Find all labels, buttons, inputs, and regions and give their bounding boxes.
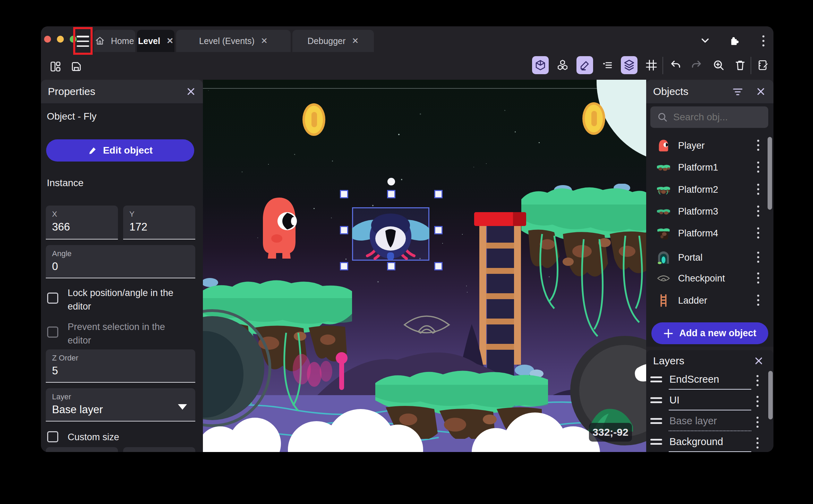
scene-canvas[interactable]: 332;-92 [203, 80, 646, 452]
resize-handle-e[interactable] [434, 226, 443, 234]
fly-instance-selected[interactable] [352, 207, 429, 261]
object-groups-button[interactable] [554, 56, 571, 74]
tab-close-icon[interactable]: ✕ [261, 36, 268, 46]
undo-button[interactable] [667, 56, 684, 74]
layer-name[interactable]: Background [669, 436, 723, 447]
custom-size-checkbox[interactable] [47, 431, 58, 442]
layers-scrollbar[interactable] [768, 371, 773, 419]
resize-handle-nw[interactable] [340, 190, 348, 198]
object-menu-icon[interactable] [757, 184, 760, 195]
object-item-platform3[interactable]: Platform3 [646, 201, 773, 222]
delete-button[interactable] [732, 56, 748, 74]
resize-handle-sw[interactable] [340, 262, 348, 270]
panels-layout-icon[interactable] [50, 61, 61, 72]
object-item-ladder[interactable]: Ladder [646, 290, 773, 311]
z-order-value[interactable]: 5 [52, 365, 189, 377]
z-order-field[interactable]: Z Order 5 [46, 349, 195, 383]
y-field[interactable]: Y 172 [123, 206, 195, 240]
grid-button[interactable] [643, 56, 660, 74]
extensions-puzzle-icon[interactable] [727, 35, 739, 46]
layer-menu-icon[interactable] [756, 375, 759, 387]
objects-panel-toggle[interactable] [532, 56, 549, 74]
layer-name[interactable]: EndScreen [669, 374, 719, 385]
resize-handle-s[interactable] [387, 262, 395, 270]
object-menu-icon[interactable] [757, 252, 760, 263]
drag-handle-icon[interactable] [650, 376, 662, 383]
layer-row-base-layer[interactable]: Base layer [646, 412, 773, 432]
object-menu-icon[interactable] [757, 227, 760, 239]
resize-handle-n[interactable] [387, 190, 395, 198]
tab-close-icon[interactable]: ✕ [352, 36, 359, 46]
zoom-button[interactable] [710, 56, 727, 74]
layer-name[interactable]: Base layer [669, 415, 717, 427]
object-menu-icon[interactable] [757, 295, 760, 306]
tab-home[interactable]: Home [94, 30, 135, 52]
edit-object-button[interactable]: Edit object [46, 139, 194, 162]
angle-field-value[interactable]: 0 [52, 260, 189, 273]
resize-handle-w[interactable] [340, 226, 348, 234]
layers-close-icon[interactable] [754, 356, 763, 365]
object-item-platform2[interactable]: Platform2 [646, 179, 773, 200]
layers-panel-toggle[interactable] [621, 56, 637, 74]
ladder-top[interactable] [474, 212, 526, 226]
redo-button[interactable] [688, 56, 705, 74]
object-menu-icon[interactable] [757, 162, 760, 173]
search-icon [657, 112, 668, 122]
player-instance[interactable] [259, 197, 299, 260]
macos-close-button[interactable] [44, 36, 51, 43]
resize-handle-ne[interactable] [434, 190, 443, 198]
drag-handle-icon[interactable] [650, 397, 662, 404]
object-search-box[interactable] [650, 106, 768, 128]
object-item-platform1[interactable]: Platform1 [646, 157, 773, 178]
tab-level-events[interactable]: Level (Events) ✕ [176, 30, 291, 52]
lock-position-checkbox[interactable] [47, 293, 58, 304]
resize-handle-se[interactable] [434, 262, 443, 270]
instances-list-button[interactable] [599, 56, 615, 74]
x-field-value[interactable]: 366 [52, 221, 112, 233]
object-menu-icon[interactable] [757, 206, 760, 217]
tab-close-icon[interactable]: ✕ [166, 36, 173, 46]
coin-instance[interactable] [582, 102, 605, 135]
rotation-handle[interactable] [387, 178, 395, 185]
object-label: Ladder [678, 295, 707, 306]
layer-select[interactable]: Layer Base layer [46, 388, 195, 422]
filter-icon[interactable] [733, 88, 743, 96]
object-menu-icon[interactable] [757, 272, 760, 284]
object-menu-icon[interactable] [757, 140, 760, 151]
more-options-icon[interactable] [758, 35, 769, 46]
x-field[interactable]: X 366 [46, 206, 118, 240]
macos-minimize-button[interactable] [57, 36, 64, 43]
object-search-input[interactable] [673, 112, 756, 123]
properties-panel-toggle[interactable] [576, 56, 593, 74]
properties-close-icon[interactable] [186, 87, 195, 96]
layer-menu-icon[interactable] [756, 396, 759, 408]
angle-field[interactable]: Angle 0 [46, 245, 195, 278]
tab-debugger[interactable]: Debugger ✕ [292, 30, 374, 52]
bomb-instance[interactable] [203, 309, 272, 428]
objects-close-icon[interactable] [756, 87, 765, 96]
layer-row-endscreen[interactable]: EndScreen [646, 371, 773, 390]
objects-scrollbar[interactable] [768, 137, 772, 210]
chevron-down-icon[interactable] [699, 35, 711, 46]
object-item-checkpoint[interactable]: Checkpoint [646, 268, 773, 289]
layer-row-background[interactable]: Background [646, 433, 773, 452]
prevent-selection-checkbox[interactable] [47, 327, 58, 338]
layer-menu-icon[interactable] [756, 417, 759, 428]
layer-menu-icon[interactable] [756, 437, 759, 449]
y-field-value[interactable]: 172 [129, 221, 189, 233]
object-item-portal[interactable]: Portal [646, 247, 773, 268]
object-item-platform4[interactable]: Platform4 [646, 223, 773, 244]
coin-instance[interactable] [302, 103, 325, 136]
edit-scene-properties-button[interactable] [755, 56, 771, 74]
layer-name[interactable]: UI [669, 394, 679, 406]
object-item-player[interactable]: Player [646, 135, 773, 156]
drag-handle-icon[interactable] [650, 418, 662, 425]
add-object-button[interactable]: Add a new object [651, 322, 768, 344]
tab-level[interactable]: Level ✕ [137, 30, 174, 52]
player-object-icon [657, 139, 670, 153]
save-icon[interactable] [70, 61, 82, 72]
star [420, 113, 421, 115]
layer-row-ui[interactable]: UI [646, 392, 773, 411]
drag-handle-icon[interactable] [650, 439, 662, 446]
annotation-hamburger-highlight [73, 27, 93, 55]
